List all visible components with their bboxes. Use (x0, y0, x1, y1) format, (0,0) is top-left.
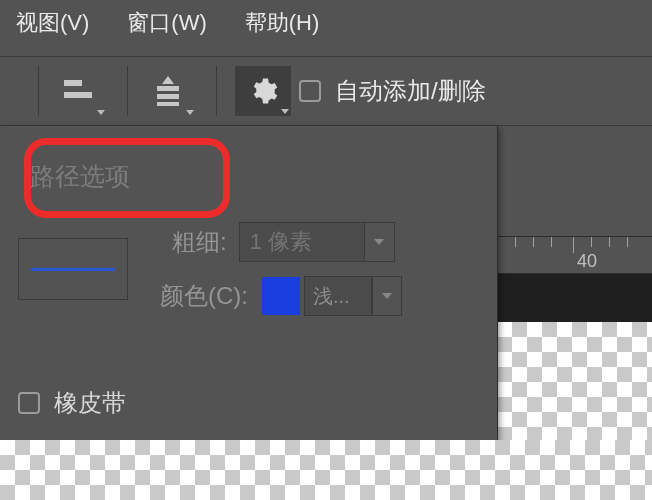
svg-rect-0 (64, 80, 82, 86)
canvas-edge (497, 274, 652, 322)
menu-window[interactable]: 窗口(W) (127, 8, 206, 38)
menu-view[interactable]: 视图(V) (16, 8, 89, 38)
horizontal-ruler: 40 (497, 236, 652, 274)
separator (127, 66, 128, 116)
rubber-band-checkbox[interactable] (18, 392, 40, 414)
transparent-canvas-bottom (0, 440, 652, 500)
thickness-label: 粗细: (172, 226, 227, 258)
auto-add-delete-label: 自动添加/删除 (335, 75, 486, 107)
stroke-preview[interactable] (18, 238, 128, 300)
chevron-down-icon (97, 110, 105, 115)
path-options-button[interactable] (235, 66, 291, 116)
separator (216, 66, 217, 116)
annotation-highlight (24, 138, 230, 218)
auto-add-delete-checkbox[interactable] (299, 80, 321, 102)
thickness-dropdown[interactable] (365, 222, 395, 262)
ruler-tick-label: 40 (577, 251, 597, 272)
svg-marker-5 (162, 76, 174, 84)
separator (38, 66, 39, 116)
thickness-input[interactable]: 1 像素 (239, 222, 365, 262)
stroke-preview-line (31, 268, 115, 271)
menu-bar: 视图(V) 窗口(W) 帮助(H) (0, 0, 652, 46)
rubber-band-row: 橡皮带 (18, 387, 126, 419)
svg-rect-3 (157, 94, 179, 99)
color-row: 颜色(C): 浅... (160, 276, 402, 316)
svg-rect-2 (157, 86, 179, 91)
color-swatch[interactable] (262, 277, 300, 315)
color-dropdown-text: 浅... (313, 283, 350, 310)
path-options-panel: 路径选项 粗细: 1 像素 颜色(C): 浅... 橡皮带 (0, 126, 498, 446)
chevron-down-icon (281, 109, 289, 114)
color-dropdown-arrow[interactable] (372, 276, 402, 316)
color-label: 颜色(C): (160, 280, 248, 312)
color-dropdown[interactable]: 浅... (304, 276, 372, 316)
options-bar: 自动添加/删除 (0, 56, 652, 126)
menu-help[interactable]: 帮助(H) (245, 8, 320, 38)
svg-rect-1 (64, 92, 92, 98)
svg-rect-4 (157, 102, 179, 106)
path-arrangement-icon[interactable] (146, 69, 190, 113)
chevron-down-icon (186, 110, 194, 115)
rubber-band-label: 橡皮带 (54, 387, 126, 419)
thickness-row: 粗细: 1 像素 (172, 222, 395, 262)
path-align-icon[interactable] (57, 69, 101, 113)
